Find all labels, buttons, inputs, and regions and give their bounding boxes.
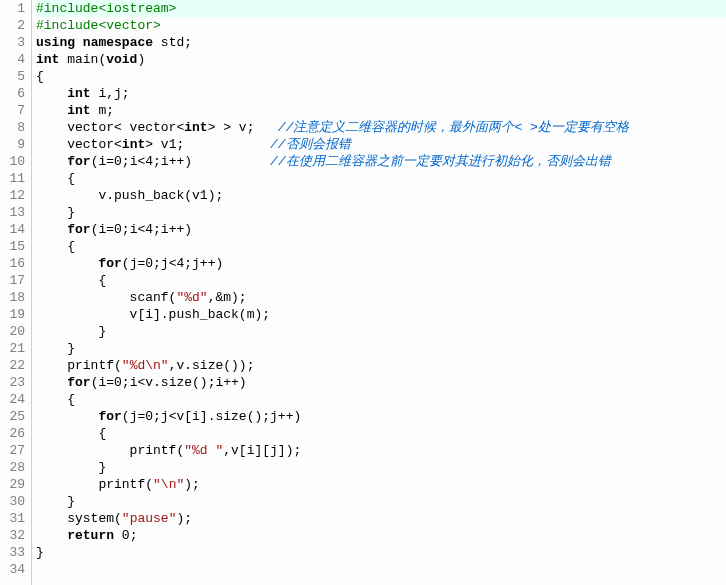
code-token: "\n"	[153, 477, 184, 492]
code-token: //否则会报错	[270, 137, 351, 152]
code-line[interactable]: #include<iostream>	[36, 0, 726, 17]
code-token: //注意定义二维容器的时候，最外面两个< >处一定要有空格	[278, 120, 629, 135]
code-line[interactable]: v[i].push_back(m);	[36, 306, 726, 323]
code-token: 4	[145, 154, 153, 169]
code-line[interactable]: return 0;	[36, 527, 726, 544]
code-token: //在使用二维容器之前一定要对其进行初始化，否则会出错	[270, 154, 611, 169]
code-token: vector< vector<	[36, 120, 184, 135]
code-token: v[i].push_back(m);	[36, 307, 270, 322]
code-token: ;	[130, 528, 138, 543]
code-line[interactable]: for(j=0;j<v[i].size();j++)	[36, 408, 726, 425]
code-token	[36, 375, 67, 390]
code-token: int	[67, 103, 90, 118]
line-number: 2	[0, 17, 25, 34]
code-line[interactable]: {	[36, 391, 726, 408]
code-token	[36, 222, 67, 237]
code-token: v.push_back(v1);	[36, 188, 223, 203]
code-line[interactable]: system("pause");	[36, 510, 726, 527]
code-line[interactable]: vector< vector<int> > v; //注意定义二维容器的时候，最…	[36, 119, 726, 136]
code-token: {	[36, 239, 75, 254]
line-number: 25	[0, 408, 25, 425]
code-area[interactable]: #include<iostream>#include<vector>using …	[32, 0, 726, 585]
code-token: }	[36, 341, 75, 356]
code-token: int	[67, 86, 90, 101]
code-line[interactable]: printf("%d ",v[i][j]);	[36, 442, 726, 459]
code-token: ;j<v[i].size();j++)	[153, 409, 301, 424]
line-number: 10	[0, 153, 25, 170]
line-number: 5	[0, 68, 25, 85]
code-line[interactable]: for(i=0;i<4;i++)	[36, 221, 726, 238]
code-line[interactable]: v.push_back(v1);	[36, 187, 726, 204]
code-line[interactable]: int main(void)	[36, 51, 726, 68]
line-number: 6	[0, 85, 25, 102]
line-number: 20	[0, 323, 25, 340]
code-token: std;	[153, 35, 192, 50]
code-line[interactable]: }	[36, 204, 726, 221]
code-token	[114, 528, 122, 543]
code-token: }	[36, 545, 44, 560]
line-number: 3	[0, 34, 25, 51]
code-line[interactable]: {	[36, 238, 726, 255]
code-token: printf(	[36, 358, 122, 373]
code-token: {	[36, 171, 75, 186]
code-token: (i=	[91, 222, 114, 237]
code-token: 0	[145, 256, 153, 271]
line-number: 32	[0, 527, 25, 544]
code-token: 0	[145, 409, 153, 424]
code-line[interactable]: }	[36, 323, 726, 340]
line-number: 27	[0, 442, 25, 459]
code-line[interactable]: }	[36, 459, 726, 476]
code-token: printf(	[36, 443, 184, 458]
code-line[interactable]: {	[36, 68, 726, 85]
code-line[interactable]: }	[36, 544, 726, 561]
line-number: 15	[0, 238, 25, 255]
code-token	[36, 154, 67, 169]
code-token: for	[67, 222, 90, 237]
code-line[interactable]: printf("%d\n",v.size());	[36, 357, 726, 374]
line-number-gutter: 1234567891011121314151617181920212223242…	[0, 0, 32, 585]
code-line[interactable]: using namespace std;	[36, 34, 726, 51]
line-number: 12	[0, 187, 25, 204]
code-line[interactable]: for(i=0;i<4;i++) //在使用二维容器之前一定要对其进行初始化，否…	[36, 153, 726, 170]
code-token: i,j;	[91, 86, 130, 101]
code-line[interactable]: for(i=0;i<v.size();i++)	[36, 374, 726, 391]
code-line[interactable]: #include<vector>	[36, 17, 726, 34]
line-number: 1	[0, 0, 25, 17]
code-token: ;j<	[153, 256, 176, 271]
code-token	[75, 35, 83, 50]
code-line[interactable]: int m;	[36, 102, 726, 119]
line-number: 17	[0, 272, 25, 289]
code-token: #include<vector>	[36, 18, 161, 33]
line-number: 33	[0, 544, 25, 561]
code-line[interactable]: {	[36, 425, 726, 442]
code-token: ;i++)	[153, 222, 192, 237]
code-line[interactable]: int i,j;	[36, 85, 726, 102]
code-line[interactable]	[36, 561, 726, 578]
code-line[interactable]: }	[36, 340, 726, 357]
code-token: vector<	[36, 137, 122, 152]
code-line[interactable]: {	[36, 272, 726, 289]
line-number: 23	[0, 374, 25, 391]
code-token: (i=	[91, 375, 114, 390]
code-token: void	[106, 52, 137, 67]
code-token: ;i++)	[153, 154, 270, 169]
code-token: ,v[i][j]);	[223, 443, 301, 458]
code-line[interactable]: scanf("%d",&m);	[36, 289, 726, 306]
code-token: 4	[145, 222, 153, 237]
code-token: return	[67, 528, 114, 543]
code-editor[interactable]: 1234567891011121314151617181920212223242…	[0, 0, 726, 585]
line-number: 8	[0, 119, 25, 136]
code-line[interactable]: printf("\n");	[36, 476, 726, 493]
line-number: 30	[0, 493, 25, 510]
line-number: 4	[0, 51, 25, 68]
code-line[interactable]: {	[36, 170, 726, 187]
code-token: {	[36, 392, 75, 407]
code-token: }	[36, 205, 75, 220]
code-line[interactable]: for(j=0;j<4;j++)	[36, 255, 726, 272]
code-line[interactable]: vector<int> v1; //否则会报错	[36, 136, 726, 153]
code-token: {	[36, 69, 44, 84]
code-token: using	[36, 35, 75, 50]
code-line[interactable]: }	[36, 493, 726, 510]
code-token: }	[36, 460, 106, 475]
code-token: 0	[114, 154, 122, 169]
